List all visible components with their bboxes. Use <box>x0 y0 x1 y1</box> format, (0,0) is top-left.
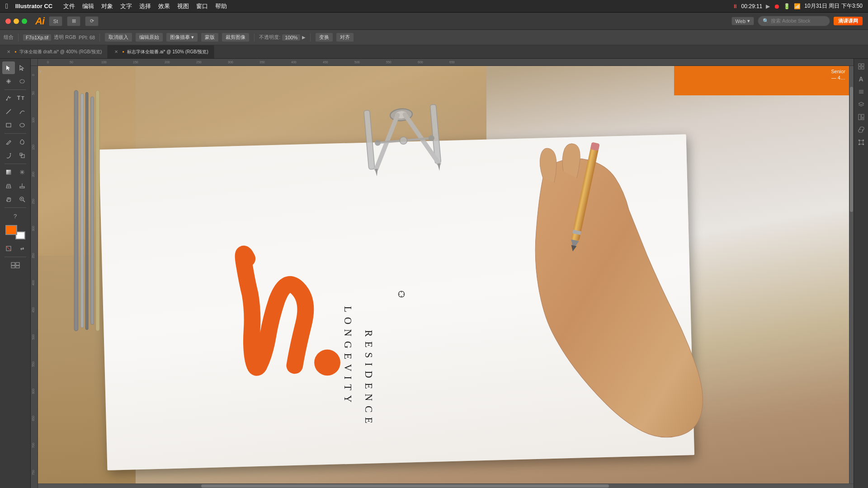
menu-help[interactable]: 帮助 <box>212 1 231 11</box>
tool-separator-4 <box>5 207 26 208</box>
adobe-stock-search[interactable]: 🔍 搜索 Adobe Stock <box>758 16 830 26</box>
traffic-lights[interactable] <box>5 19 27 24</box>
rp-btn-transform[interactable] <box>856 137 866 147</box>
blob-brush-tool[interactable] <box>16 136 28 148</box>
svg-rect-98 <box>862 118 864 120</box>
sync-btn[interactable]: ⟳ <box>85 16 99 26</box>
type-tool[interactable]: T T <box>16 92 28 104</box>
tab-draft[interactable]: ✕ ● 字体全能番 draft.ai* @ 400% (RGB/预览) <box>0 45 108 58</box>
direct-selection-tool[interactable] <box>16 61 28 74</box>
tab-main[interactable]: ✕ ● 标志字体全能番.ai* @ 150% (RGB/预览) <box>108 45 214 58</box>
toolbar-separator-3 <box>254 33 255 42</box>
svg-text:700: 700 <box>32 443 35 448</box>
maximize-button[interactable] <box>22 19 27 24</box>
hand-tool[interactable] <box>2 193 15 206</box>
svg-rect-91 <box>859 67 861 69</box>
mask-button[interactable]: 蒙版 <box>201 33 219 42</box>
toolbar-separator <box>18 33 19 42</box>
foreground-color-swatch[interactable] <box>5 225 17 235</box>
canvas-area[interactable]: 0 50 100 150 200 250 300 350 400 450 500… <box>31 59 854 488</box>
lasso-tool[interactable] <box>16 75 28 88</box>
gradient-tool[interactable] <box>2 166 15 178</box>
datetime-display: 10月31日 周日 下午3:50 <box>804 2 863 10</box>
color-swatches[interactable] <box>5 225 25 239</box>
web-dropdown[interactable]: Web ▾ <box>731 17 754 25</box>
artboard-tool[interactable] <box>9 259 22 272</box>
align-button[interactable]: 对齐 <box>336 33 354 42</box>
app-logo: Ai <box>35 15 44 27</box>
rp-btn-layers[interactable] <box>856 99 866 109</box>
logo-container: LONGEVITY RESIDENCE <box>160 235 471 425</box>
rp-btn-assets[interactable] <box>856 112 866 122</box>
pen-tool[interactable] <box>2 92 15 104</box>
vertical-scrollbar[interactable] <box>849 66 854 483</box>
vertical-scrollbar-thumb[interactable] <box>850 87 853 212</box>
battery-icon: 🔋 <box>783 3 790 9</box>
question-tool[interactable]: ? <box>9 210 22 222</box>
rp-btn-links[interactable] <box>856 125 866 135</box>
rp-btn-properties[interactable] <box>856 87 866 97</box>
selection-tool[interactable] <box>2 61 15 74</box>
transform-button[interactable]: 变换 <box>315 33 333 42</box>
tab-close-main[interactable]: ✕ <box>113 49 119 55</box>
main-area: T T <box>0 59 868 488</box>
rp-btn-1[interactable] <box>856 61 866 71</box>
menu-select[interactable]: 选择 <box>136 1 155 11</box>
workspace-switcher[interactable]: ⊞ <box>67 16 80 26</box>
measure-tool[interactable] <box>16 179 28 192</box>
app-name[interactable]: Illustrator CC <box>15 3 52 9</box>
ellipse-tool[interactable] <box>16 119 28 131</box>
menu-object[interactable]: 对象 <box>98 1 117 11</box>
menu-file[interactable]: 文件 <box>60 1 79 11</box>
mesh-tool[interactable] <box>16 166 28 178</box>
perspective-tool[interactable] <box>2 179 15 192</box>
rect-tool[interactable] <box>2 119 15 131</box>
svg-text:650: 650 <box>449 61 455 64</box>
rotate-tool[interactable] <box>2 149 15 162</box>
menu-effect[interactable]: 效果 <box>155 1 174 11</box>
crop-image-button[interactable]: 裁剪图像 <box>222 33 250 42</box>
unembed-button[interactable]: 取消嵌入 <box>104 33 132 42</box>
wifi-icon: 📶 <box>794 3 801 9</box>
svg-text:600: 600 <box>32 389 35 394</box>
svg-text:400: 400 <box>291 61 297 64</box>
svg-rect-92 <box>862 67 864 69</box>
menu-view[interactable]: 视图 <box>174 1 193 11</box>
color-mode-label: 透明 RGB <box>54 34 76 41</box>
svg-text:150: 150 <box>32 145 35 150</box>
magic-wand-tool[interactable] <box>2 75 15 88</box>
scale-tool[interactable] <box>16 149 28 162</box>
artwork-canvas[interactable]: Senior — 4… <box>38 66 854 488</box>
horizontal-scrollbar-thumb[interactable] <box>201 484 609 488</box>
tab-close-draft[interactable]: ✕ <box>5 49 12 55</box>
arc-tool[interactable] <box>16 105 28 118</box>
group-label: 组合 <box>4 34 14 41</box>
close-button[interactable] <box>5 19 11 24</box>
svg-rect-101 <box>863 140 864 141</box>
orange-header-bar <box>674 66 854 95</box>
menu-window[interactable]: 窗口 <box>193 1 212 11</box>
swap-colors-btn[interactable]: ⇄ <box>16 242 28 255</box>
adobe-stock-btn[interactable]: St <box>49 16 62 26</box>
svg-line-23 <box>6 246 11 251</box>
zoom-tool[interactable] <box>16 193 28 206</box>
apple-menu[interactable]:  <box>5 2 8 10</box>
menu-text[interactable]: 文字 <box>117 1 136 11</box>
pencil-tool[interactable] <box>2 136 15 148</box>
minimize-button[interactable] <box>14 19 19 24</box>
edit-original-button[interactable]: 编辑原始 <box>135 33 163 42</box>
svg-text:100: 100 <box>32 117 35 123</box>
svg-rect-24 <box>11 263 15 265</box>
horizontal-scrollbar[interactable] <box>38 483 854 488</box>
fill-none-btn[interactable] <box>2 242 15 255</box>
menu-edit[interactable]: 编辑 <box>79 1 98 11</box>
line-tool[interactable] <box>2 105 15 118</box>
opacity-value[interactable]: 100% <box>282 34 300 41</box>
rp-btn-type[interactable]: A <box>856 74 866 84</box>
y-axis-label: Y <box>39 70 42 75</box>
tab-modified-dot: ● <box>14 50 17 54</box>
svg-text:RESIDENCE: RESIDENCE <box>363 330 374 425</box>
image-trace-button[interactable]: 图像描摹 ▾ <box>166 33 198 42</box>
tool-separator-1 <box>5 89 26 90</box>
opacity-arrow[interactable]: ▶ <box>302 35 306 40</box>
